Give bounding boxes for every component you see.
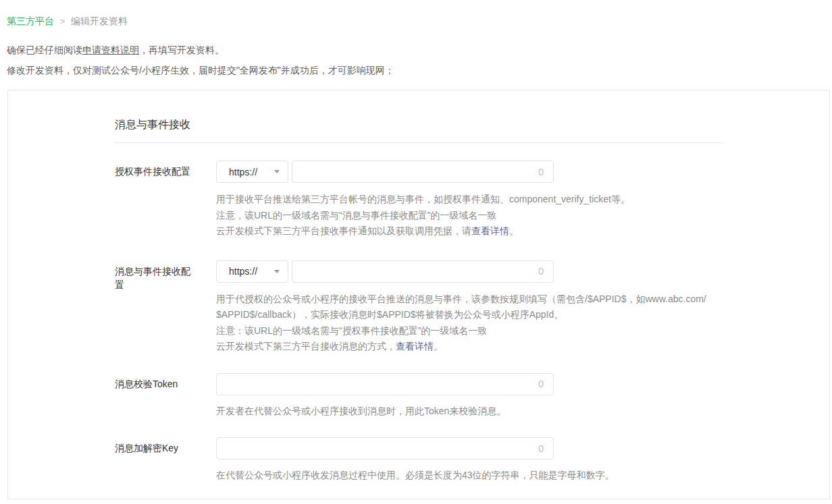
help-line: 用于接收平台推送给第三方平台帐号的消息与事件，如授权事件通知、component…: [216, 192, 829, 208]
help-text: 用于代授权的公众号或小程序的接收平台推送的消息与事件，该参数按规则填写（需包含/…: [216, 291, 829, 355]
field-controls: https:// 0: [216, 260, 829, 283]
input-box: 0: [216, 437, 554, 459]
breadcrumb-separator-icon: >: [60, 17, 65, 26]
help-line: 注意：该URL的一级域名需与“授权事件接收配置”的一级域名一致: [216, 323, 829, 339]
chevron-down-icon: [274, 270, 280, 273]
field-controls: https:// 0: [216, 161, 829, 183]
field-label-message-encrypt-key: 消息加解密Key: [115, 437, 216, 484]
protocol-selected-value: https://: [229, 266, 257, 277]
message-check-token-input[interactable]: [226, 374, 533, 395]
application-materials-doc-link[interactable]: 申请资料说明: [82, 45, 139, 55]
char-counter: 0: [538, 266, 544, 277]
field-main: 0 在代替公众号或小程序收发消息过程中使用。必须是长度为43位的字符串，只能是字…: [216, 437, 829, 484]
help-line-suffix: 。: [509, 225, 519, 236]
field-main: 0 开发者在代替公众号或小程序接收到消息时，用此Token来校验消息。: [216, 373, 829, 420]
protocol-select-auth-event[interactable]: https://: [216, 161, 288, 183]
help-line-prefix: 云开发模式下第三方平台接收消息的方式，: [216, 341, 396, 352]
help-line: 开发者在代替公众号或小程序接收到消息时，用此Token来校验消息。: [216, 403, 829, 420]
message-event-url-input[interactable]: [302, 261, 533, 282]
help-line: 注意，该URL的一级域名需与“消息与事件接收配置”的一级域名一致: [216, 208, 829, 224]
input-box: 0: [292, 161, 554, 183]
breadcrumb-current-page: 编辑开发资料: [71, 16, 128, 26]
section-divider: [115, 142, 722, 143]
intro-notice: 确保已经仔细阅读申请资料说明，再填写开发资料。 修改开发资料，仅对测试公众号/小…: [7, 40, 832, 80]
breadcrumb: 第三方平台>编辑开发资料: [0, 0, 832, 26]
help-text: 用于接收平台推送给第三方平台帐号的消息与事件，如授权事件通知、component…: [216, 192, 829, 240]
char-counter: 0: [538, 167, 544, 177]
help-line: 用于代授权的公众号或小程序的接收平台推送的消息与事件，该参数按规则填写（需包含/…: [216, 291, 829, 308]
intro-line-1: 确保已经仔细阅读申请资料说明，再填写开发资料。: [7, 40, 832, 60]
help-line: $APPID$/callback），实际接收消息时$APPID$将被替换为公众号…: [216, 307, 829, 323]
input-box: 0: [216, 373, 554, 395]
auth-event-url-input[interactable]: [302, 161, 533, 182]
char-counter: 0: [538, 379, 544, 389]
edit-dev-info-panel: 消息与事件接收 授权事件接收配置 https:// 0 用于接收平台推送给第三方: [7, 90, 830, 499]
help-line-suffix: 。: [434, 341, 443, 352]
view-details-link[interactable]: 查看详情: [471, 225, 509, 236]
intro-line1-prefix: 确保已经仔细阅读: [7, 45, 82, 55]
field-label-message-check-token: 消息校验Token: [115, 373, 216, 420]
chevron-down-icon: [274, 170, 280, 173]
intro-line1-suffix: ，再填写开发资料。: [139, 45, 224, 55]
help-line-prefix: 云开发模式下第三方平台接收事件通知以及获取调用凭据，请: [216, 225, 471, 236]
intro-line-2: 修改开发资料，仅对测试公众号/小程序生效，届时提交"全网发布"并成功后，才可影响…: [7, 60, 832, 80]
field-row-message-check-token: 消息校验Token 0 开发者在代替公众号或小程序接收到消息时，用此Token来…: [115, 373, 829, 420]
help-text: 开发者在代替公众号或小程序接收到消息时，用此Token来校验消息。: [216, 403, 829, 420]
field-label-message-event-receive-config: 消息与事件接收配置: [115, 260, 216, 355]
help-text: 在代替公众号或小程序收发消息过程中使用。必须是长度为43位的字符串，只能是字母和…: [216, 468, 829, 484]
field-main: https:// 0 用于接收平台推送给第三方平台帐号的消息与事件，如授权事件通…: [216, 161, 829, 240]
protocol-selected-value: https://: [229, 167, 257, 177]
view-details-link[interactable]: 查看详情: [396, 341, 434, 352]
char-counter: 0: [538, 443, 544, 454]
field-main: https:// 0 用于代授权的公众号或小程序的接收平台推送的消息与事件，该参…: [216, 260, 829, 355]
help-line: 在代替公众号或小程序收发消息过程中使用。必须是长度为43位的字符串，只能是字母和…: [216, 468, 829, 484]
help-line: 云开发模式下第三方平台接收消息的方式，查看详情。: [216, 339, 829, 355]
field-row-message-encrypt-key: 消息加解密Key 0 在代替公众号或小程序收发消息过程中使用。必须是长度为43位…: [115, 437, 829, 484]
protocol-select-message-event[interactable]: https://: [216, 260, 288, 283]
field-controls: 0: [216, 373, 829, 395]
field-row-message-event-receive-config: 消息与事件接收配置 https:// 0 用于代授权的公众号或小程序的接收平台推…: [115, 260, 829, 355]
section-title-message-event-receive: 消息与事件接收: [115, 117, 829, 132]
input-box: 0: [292, 260, 554, 283]
breadcrumb-third-party-platform[interactable]: 第三方平台: [7, 16, 54, 26]
field-controls: 0: [216, 437, 829, 459]
help-line: 云开发模式下第三方平台接收事件通知以及获取调用凭据，请查看详情。: [216, 223, 829, 240]
message-event-form: 消息与事件接收 授权事件接收配置 https:// 0 用于接收平台推送给第三方: [8, 90, 829, 484]
field-label-auth-event-receive-config: 授权事件接收配置: [115, 161, 216, 240]
field-row-auth-event-receive-config: 授权事件接收配置 https:// 0 用于接收平台推送给第三方平台帐号的消息与…: [115, 161, 829, 240]
message-encrypt-key-input[interactable]: [226, 438, 533, 459]
